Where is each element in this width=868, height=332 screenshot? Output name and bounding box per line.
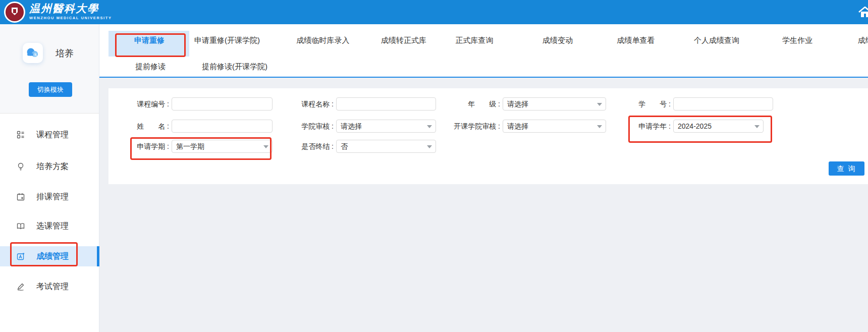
apply-year-select[interactable]: 2024-2025: [673, 120, 764, 133]
chevron-down-icon: [427, 145, 432, 148]
apply-term-label: 申请学期 :: [93, 140, 169, 153]
sidebar-item-label: 培养方案: [36, 161, 69, 172]
top-header-bar: 温州醫科大學 WENZHOU MEDICAL UNIVERSITY: [0, 0, 868, 24]
name-label: 姓 名 :: [93, 120, 169, 133]
sidebar-module-section: 培养 切换模块: [0, 24, 99, 114]
sidebar-item-label: 排课管理: [36, 192, 69, 202]
layout-grid-icon: [17, 131, 25, 139]
apply-year-label: 申请学年 :: [595, 120, 671, 133]
grade-a-icon: [17, 252, 25, 260]
search-filter-panel: 课程编号 : 课程名称 : 年 级 : 请选择 学 号 : 姓 名 : 学院审核…: [108, 88, 868, 184]
sidebar-item-label: 成绩管理: [36, 251, 69, 262]
student-id-input[interactable]: [673, 97, 773, 110]
college-review-select-value: 请选择: [341, 122, 362, 130]
tab-personal-grade-query[interactable]: 个人成绩查询: [694, 24, 739, 57]
home-icon[interactable]: [858, 7, 868, 18]
college-review-label: 学院审核 :: [258, 120, 334, 133]
apply-term-select[interactable]: 第一学期: [172, 140, 273, 153]
sidebar-item-label: 考试管理: [36, 282, 69, 292]
tab-bar: 申请重修 申请重修(开课学院) 成绩临时库录入 成绩转正式库 正式库查询 成绩变…: [99, 24, 868, 77]
page: 温州醫科大學 WENZHOU MEDICAL UNIVERSITY: [0, 0, 868, 332]
tab-early-study[interactable]: 提前修读: [135, 57, 166, 77]
course-code-label: 课程编号 :: [93, 97, 169, 110]
sidebar-item-course-selection[interactable]: 选课管理: [0, 216, 99, 236]
main-content: 申请重修 申请重修(开课学院) 成绩临时库录入 成绩转正式库 正式库查询 成绩变…: [99, 24, 868, 332]
student-id-label: 学 号 :: [595, 97, 671, 110]
module-label: 培养: [56, 47, 74, 60]
query-button[interactable]: 查 询: [829, 161, 864, 176]
pen-icon: [17, 283, 25, 291]
apply-year-select-value: 2024-2025: [678, 122, 712, 130]
seal-icon: [4, 2, 25, 23]
tab-grade-to-official[interactable]: 成绩转正式库: [381, 24, 426, 57]
sidebar-item-exam-management[interactable]: 考试管理: [0, 276, 99, 297]
course-name-label: 课程名称 :: [258, 97, 334, 110]
cloud-icon: [26, 47, 39, 59]
sidebar-item-training-plan[interactable]: 培养方案: [0, 156, 99, 177]
university-name-en: WENZHOU MEDICAL UNIVERSITY: [29, 16, 112, 20]
name-input[interactable]: [172, 120, 273, 133]
tab-transcript-view[interactable]: 成绩单查看: [617, 24, 655, 57]
sidebar-item-grade-management[interactable]: 成绩管理: [0, 246, 99, 266]
university-name-zh: 温州醫科大學: [29, 3, 112, 15]
is-finalized-label: 是否终结 :: [258, 140, 334, 153]
tab-student-homework[interactable]: 学生作业: [782, 24, 812, 57]
sidebar: 培养 切换模块 课程管理 培养方案: [0, 24, 99, 332]
tab-apply-retake-offering-college[interactable]: 申请重修(开课学院): [194, 24, 260, 57]
is-finalized-select[interactable]: 否: [336, 140, 436, 153]
open-book-icon: [17, 222, 25, 230]
module-tile: [23, 43, 43, 63]
tab-temp-grade-entry[interactable]: 成绩临时库录入: [297, 24, 350, 57]
college-review-select[interactable]: 请选择: [336, 120, 436, 133]
tab-official-db-query[interactable]: 正式库查询: [456, 24, 494, 57]
is-finalized-select-value: 否: [341, 142, 348, 150]
sidebar-item-label: 选课管理: [36, 221, 69, 232]
course-name-input[interactable]: [336, 97, 436, 110]
tab-bar-underline: [99, 77, 868, 78]
apply-term-select-value: 第一学期: [176, 142, 204, 150]
grade-year-select[interactable]: 请选择: [503, 97, 606, 110]
chevron-down-icon: [754, 125, 760, 128]
offering-college-review-select-value: 请选择: [507, 122, 528, 130]
tab-early-study-offering-college[interactable]: 提前修读(开课学院): [202, 57, 267, 77]
university-name-block: 温州醫科大學 WENZHOU MEDICAL UNIVERSITY: [29, 3, 112, 20]
sidebar-item-scheduling-management[interactable]: 排课管理: [0, 187, 99, 207]
lightbulb-icon: [17, 162, 25, 171]
offering-college-review-label: 开课学院审核 :: [424, 120, 500, 133]
sidebar-item-course-management[interactable]: 课程管理: [0, 125, 99, 145]
course-code-input[interactable]: [172, 97, 273, 110]
university-seal-logo: [4, 2, 25, 23]
calendar-plus-icon: [17, 193, 25, 201]
tab-clipped-right[interactable]: 成绩: [858, 24, 868, 57]
sidebar-item-label: 课程管理: [36, 130, 69, 140]
tab-grade-change[interactable]: 成绩变动: [542, 24, 573, 57]
tab-apply-retake[interactable]: 申请重修: [134, 24, 165, 57]
grade-year-select-value: 请选择: [507, 100, 528, 108]
offering-college-review-select[interactable]: 请选择: [503, 120, 606, 133]
switch-module-button[interactable]: 切换模块: [29, 82, 72, 97]
grade-year-label: 年 级 :: [424, 97, 500, 110]
